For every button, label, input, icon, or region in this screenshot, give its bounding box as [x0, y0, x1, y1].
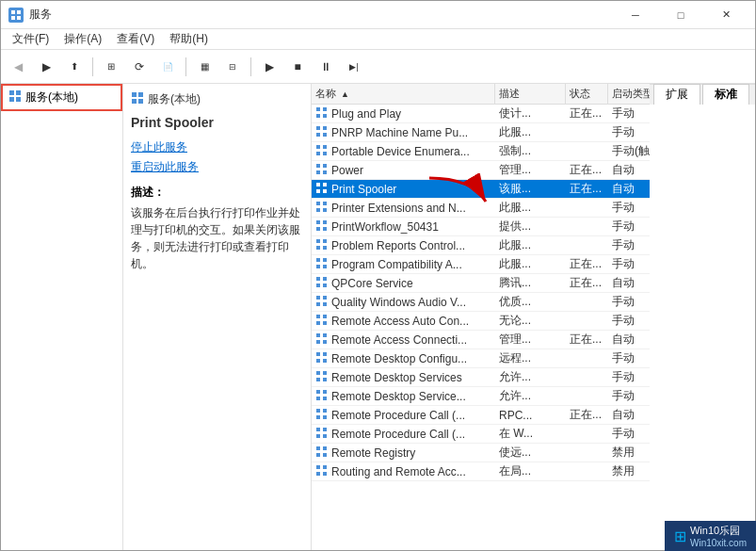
table-row[interactable]: Problem Reports Control... 此服... 手动 本地系统: [312, 236, 650, 255]
table-row[interactable]: PrintWorkflow_50431 提供... 手动 本地系统: [312, 218, 650, 236]
svg-rect-2: [11, 16, 15, 20]
play-button[interactable]: ▶: [256, 54, 282, 80]
svg-rect-4: [9, 90, 14, 95]
svg-rect-33: [316, 202, 320, 205]
service-status-col: 正在...: [566, 332, 608, 348]
table-row[interactable]: Quality Windows Audio V... 优质... 手动 本地系统: [312, 293, 650, 312]
sidebar-item-services-local[interactable]: 服务(本地): [1, 84, 122, 111]
export-button[interactable]: 📄: [154, 54, 181, 80]
table-row[interactable]: Remote Procedure Call (... RPC... 正在... …: [312, 406, 650, 425]
menu-file[interactable]: 文件(F): [5, 29, 56, 49]
table-row[interactable]: Remote Procedure Call (... 在 W... 手动 网络服…: [312, 425, 650, 444]
svg-rect-20: [323, 133, 327, 137]
table-row[interactable]: Remote Desktop Services 允许... 手动 网络服务: [312, 368, 650, 387]
up-button[interactable]: ⬆: [61, 54, 88, 80]
table-row[interactable]: Remote Desktop Configu... 远程... 手动 本地系统: [312, 349, 650, 368]
svg-rect-64: [323, 340, 327, 344]
service-name-col: Remote Procedure Call (...: [312, 427, 495, 441]
table-row[interactable]: Printer Extensions and N... 此服... 手动 本地系…: [312, 199, 650, 218]
service-status-col: 正在...: [566, 105, 608, 122]
header-name[interactable]: 名称 ▲: [312, 84, 495, 104]
tab-standard[interactable]: 标准: [702, 84, 749, 105]
menu-help[interactable]: 帮助(H): [162, 29, 216, 49]
service-name: Portable Device Enumera...: [331, 145, 470, 158]
service-desc-col: 该服...: [495, 181, 566, 197]
tab-expand[interactable]: 扩展: [653, 84, 700, 105]
win10-url: Win10xit.com: [690, 538, 747, 548]
header-desc[interactable]: 描述: [495, 84, 566, 104]
service-row-icon: [315, 106, 329, 121]
filter2-button[interactable]: ⊟: [219, 54, 246, 80]
service-row-icon: [315, 427, 329, 441]
svg-rect-59: [316, 321, 320, 325]
table-row[interactable]: Power 管理... 正在... 自动 本地系统: [312, 161, 650, 180]
pause-button[interactable]: ⏸: [313, 54, 339, 80]
table-row[interactable]: Routing and Remote Acc... 在局... 禁用 本地系统: [312, 462, 650, 481]
service-row-icon: [315, 144, 329, 158]
svg-rect-67: [316, 359, 320, 363]
maximize-button[interactable]: □: [659, 1, 702, 29]
stop-button[interactable]: ■: [284, 54, 311, 80]
close-button[interactable]: ✕: [704, 1, 748, 29]
stop-service-link[interactable]: 停止此服务: [131, 139, 303, 155]
service-row-icon: [315, 219, 329, 234]
windows-logo-icon: ⊞: [674, 527, 686, 545]
svg-rect-84: [323, 434, 327, 438]
service-status-col: 正在...: [566, 275, 608, 291]
refresh-button[interactable]: ⟳: [126, 54, 153, 80]
back-button[interactable]: ◀: [5, 54, 31, 80]
svg-rect-16: [323, 114, 327, 118]
table-row[interactable]: QPCore Service 腾讯... 正在... 自动 本地系统: [312, 274, 650, 293]
service-desc-col: 使计...: [495, 105, 566, 122]
svg-rect-36: [323, 208, 327, 212]
svg-rect-52: [323, 284, 327, 287]
filter-button[interactable]: ▦: [191, 54, 217, 80]
table-row[interactable]: Remote Access Auto Con... 无论... 手动 本地系统: [312, 312, 650, 331]
service-row-icon: [315, 389, 329, 403]
svg-rect-79: [316, 415, 320, 419]
table-row[interactable]: Portable Device Enumera... 强制... 手动(触发..…: [312, 142, 650, 161]
table-row[interactable]: Remote Registry 使远... 禁用 本地服务: [312, 444, 650, 462]
service-desc-col: 此服...: [495, 256, 566, 272]
show-hide-button[interactable]: ⊞: [98, 54, 124, 80]
svg-rect-11: [138, 99, 143, 104]
service-desc-col: 此服...: [495, 124, 566, 140]
service-row-icon: [315, 238, 329, 252]
header-startup[interactable]: 启动类型: [608, 84, 650, 104]
service-name-col: Remote Registry: [312, 446, 495, 460]
header-status[interactable]: 状态: [566, 84, 608, 104]
app-icon: [8, 8, 24, 23]
svg-rect-58: [323, 315, 327, 318]
service-name-col: Routing and Remote Acc...: [312, 464, 495, 478]
service-desc-col: 在 W...: [495, 426, 566, 442]
svg-rect-76: [323, 397, 327, 400]
service-row-icon: [315, 332, 329, 347]
menu-view[interactable]: 查看(V): [109, 29, 162, 49]
restart-button[interactable]: ▶|: [341, 54, 367, 80]
restart-service-link[interactable]: 重启动此服务: [131, 159, 303, 175]
forward-button[interactable]: ▶: [33, 54, 59, 80]
table-row[interactable]: PNRP Machine Name Pu... 此服... 手动 本地服务: [312, 123, 650, 142]
service-startup-col: 自动: [608, 332, 650, 348]
table-row[interactable]: Plug and Play 使计... 正在... 手动 本地系统: [312, 105, 650, 123]
service-description: 该服务在后台执行行打印作业并处理与打印机的交互。如果关闭该服务，则无法进行打印或…: [131, 204, 303, 272]
service-name: Remote Desktop Service...: [331, 390, 466, 403]
service-startup-col: 自动: [608, 162, 650, 178]
table-row[interactable]: Program Compatibility A... 此服... 正在... 手…: [312, 255, 650, 274]
svg-rect-66: [323, 352, 327, 356]
menu-action[interactable]: 操作(A): [56, 29, 109, 49]
table-row[interactable]: Remote Desktop Service... 允许... 手动 本地系统: [312, 387, 650, 406]
svg-rect-72: [323, 378, 327, 381]
table-row[interactable]: Print Spooler 该服... 正在... 自动 本地系统: [312, 180, 650, 199]
bottom-tabs: 扩展 标准: [650, 84, 755, 105]
svg-rect-88: [323, 453, 327, 457]
svg-rect-29: [316, 183, 320, 186]
svg-rect-81: [316, 428, 320, 431]
content-wrapper: 服务(本地) Print Spooler 停止此服务 重启动此服务 描述： 该服…: [123, 84, 755, 550]
toolbar: ◀ ▶ ⬆ ⊞ ⟳ 📄 ▦ ⊟ ▶ ■ ⏸ ▶|: [1, 50, 755, 84]
minimize-button[interactable]: ─: [614, 1, 657, 29]
service-row-icon: [315, 125, 329, 139]
table-row[interactable]: Remote Access Connecti... 管理... 正在... 自动…: [312, 331, 650, 349]
service-list-header: 名称 ▲ 描述 状态 启动类型 登录为: [312, 84, 650, 105]
service-startup-col: 手动(触发...: [608, 143, 650, 159]
